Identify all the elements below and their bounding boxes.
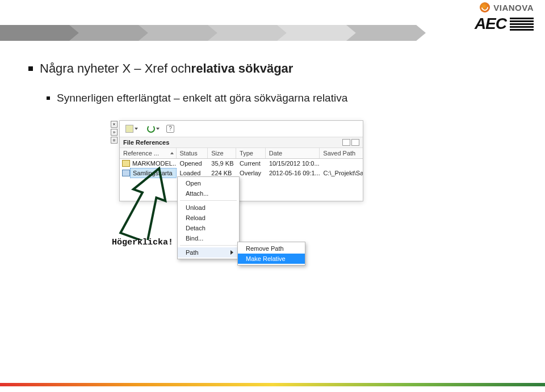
cell-date: 10/15/2012 10:0... [266, 159, 320, 168]
chevron-down-icon [135, 128, 138, 130]
aec-bars-icon [510, 18, 534, 31]
menu-icon[interactable]: ≡ [111, 137, 118, 144]
path-submenu: Remove Path Make Relative [237, 242, 305, 265]
help-button[interactable]: ? [166, 125, 174, 133]
list-view-icon[interactable] [342, 139, 350, 146]
heading-prefix: Några nyheter X – Xref och [40, 61, 191, 76]
xref-manager-panel: × » ≡ ? File References Reference ... [119, 120, 363, 201]
close-icon[interactable]: × [111, 121, 118, 128]
heading-line: Några nyheter X – Xref och relativa sökv… [28, 61, 517, 76]
table-header: Reference ... Status Size Type Date Save… [120, 148, 363, 159]
footer-gradient-bar [0, 383, 545, 386]
heading-bold: relativa sökvägar [191, 61, 294, 76]
cell-status: Opened [177, 159, 208, 168]
chevron-icon [277, 25, 357, 41]
cell-path: C:\_Projekt\Samlingsk [320, 168, 363, 178]
chevron-icon [346, 25, 426, 41]
menu-unload[interactable]: Unload [178, 203, 239, 213]
panel-toolbar: ? [120, 121, 363, 137]
menu-separator [180, 245, 237, 246]
vianova-logo: VIANOVA [480, 2, 534, 12]
dwg-file-icon [122, 160, 130, 167]
col-type[interactable]: Type [236, 148, 266, 158]
tree-view-icon[interactable] [351, 139, 359, 146]
menu-detach[interactable]: Detach [178, 223, 239, 233]
menu-separator [180, 200, 237, 201]
refresh-dropdown-button[interactable] [145, 123, 162, 134]
chevron-icon [69, 25, 149, 41]
cell-date: 2012-05-16 09:1... [266, 168, 320, 178]
aec-text: AEC [475, 15, 506, 33]
table-row[interactable]: Samlingskarta Loaded 224 KB Overlay 2012… [120, 168, 363, 178]
aec-logo: AEC [475, 15, 534, 33]
bullet-icon [28, 66, 33, 71]
menu-bind[interactable]: Bind... [178, 233, 239, 243]
cell-type: Current [236, 159, 266, 168]
cell-type: Overlay [236, 168, 266, 178]
arrow-icon[interactable]: » [111, 129, 118, 136]
file-references-header: File References [120, 137, 363, 148]
chevron-icon [0, 25, 79, 41]
col-saved-path[interactable]: Saved Path [320, 148, 363, 158]
sub-text: Synnerligen efterlängtat – enkelt att gö… [57, 92, 347, 104]
col-date[interactable]: Date [266, 148, 320, 158]
refresh-icon [147, 125, 155, 133]
menu-reload[interactable]: Reload [178, 213, 239, 223]
submenu-arrow-icon [230, 250, 233, 255]
header-chevrons [0, 25, 426, 41]
attach-dropdown-button[interactable] [123, 123, 140, 134]
bullet-icon [47, 96, 50, 100]
submenu-remove-path[interactable]: Remove Path [238, 243, 305, 254]
context-menu: Open Attach... Unload Reload Detach Bind… [177, 176, 240, 259]
overlay-file-icon [122, 170, 130, 176]
chevron-down-icon [156, 128, 160, 130]
slide-content: Några nyheter X – Xref och relativa sökv… [28, 61, 517, 201]
table-row[interactable]: MARKMODEL... Opened 35,9 KB Current 10/1… [120, 159, 363, 168]
vianova-text: VIANOVA [493, 3, 534, 12]
menu-attach[interactable]: Attach... [178, 188, 239, 199]
cell-name: MARKMODEL... [130, 159, 177, 168]
menu-path-label: Path [186, 249, 199, 256]
vianova-swirl-icon [480, 2, 490, 12]
menu-open[interactable]: Open [178, 178, 239, 188]
col-reference[interactable]: Reference ... [120, 148, 177, 158]
chevron-icon [208, 25, 287, 41]
dwg-icon [125, 125, 133, 133]
sub-bullet: Synnerligen efterlängtat – enkelt att gö… [47, 92, 517, 104]
chevron-icon [139, 25, 218, 41]
col-status[interactable]: Status [177, 148, 208, 158]
cell-name-selected: Samlingskarta [130, 168, 177, 178]
col-size[interactable]: Size [208, 148, 236, 158]
submenu-make-relative[interactable]: Make Relative [238, 254, 305, 264]
panel-close-icons: × » ≡ [111, 121, 119, 144]
cell-size: 35,9 KB [208, 159, 236, 168]
logo-area: VIANOVA AEC [475, 2, 534, 33]
menu-path[interactable]: Path [178, 247, 239, 258]
section-title: File References [123, 139, 169, 146]
rightclick-annotation: Högerklicka! [112, 238, 173, 247]
cell-path [320, 162, 363, 165]
